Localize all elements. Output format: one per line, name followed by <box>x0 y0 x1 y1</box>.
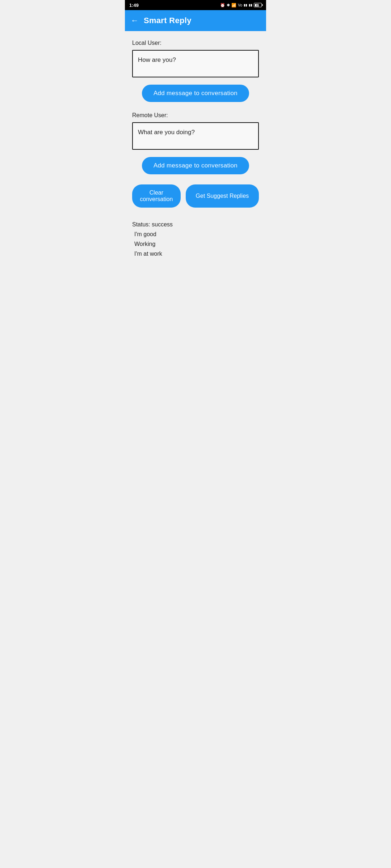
status-time: 1:49 <box>129 3 139 8</box>
main-content: Local User: Add message to conversation … <box>125 31 266 269</box>
back-button[interactable]: ← <box>131 17 139 25</box>
wifi-icon: 📶 <box>231 3 236 8</box>
remote-user-section: Remote User: Add message to conversation <box>132 112 259 174</box>
app-title: Smart Reply <box>144 16 192 25</box>
reply-list: I'm good Working I'm at work <box>132 229 259 259</box>
app-bar: ← Smart Reply <box>125 10 266 31</box>
local-user-label: Local User: <box>132 40 259 46</box>
reply-item-2: Working <box>132 239 259 249</box>
remote-add-message-button[interactable]: Add message to conversation <box>142 157 249 174</box>
get-suggest-replies-button[interactable]: Get Suggest Replies <box>186 184 259 208</box>
status-section: Status: success I'm good Working I'm at … <box>132 218 259 261</box>
battery-level: 67 <box>254 4 261 7</box>
bluetooth-icon: ✱ <box>227 3 230 8</box>
clear-conversation-button[interactable]: Clear conversation <box>132 184 181 208</box>
signal-icon-1: Vo <box>238 3 242 7</box>
action-row: Clear conversation Get Suggest Replies <box>132 184 259 208</box>
status-bar: 1:49 ⏰ ✱ 📶 Vo ▮▮ ▮▮ 67 <box>125 0 266 10</box>
reply-item-3: I'm at work <box>132 249 259 259</box>
remote-user-input[interactable] <box>132 122 259 150</box>
reply-item-1: I'm good <box>132 229 259 239</box>
signal-icon-3: ▮▮ <box>249 3 252 7</box>
local-user-input[interactable] <box>132 50 259 77</box>
local-user-section: Local User: Add message to conversation <box>132 40 259 102</box>
status-icons: ⏰ ✱ 📶 Vo ▮▮ ▮▮ 67 <box>220 3 262 8</box>
remote-user-label: Remote User: <box>132 112 259 119</box>
signal-icon-2: ▮▮ <box>244 3 247 7</box>
alarm-icon: ⏰ <box>220 3 225 8</box>
battery-icon: 67 <box>254 3 262 7</box>
local-add-message-button[interactable]: Add message to conversation <box>142 85 249 102</box>
status-text: Status: success <box>132 220 259 229</box>
